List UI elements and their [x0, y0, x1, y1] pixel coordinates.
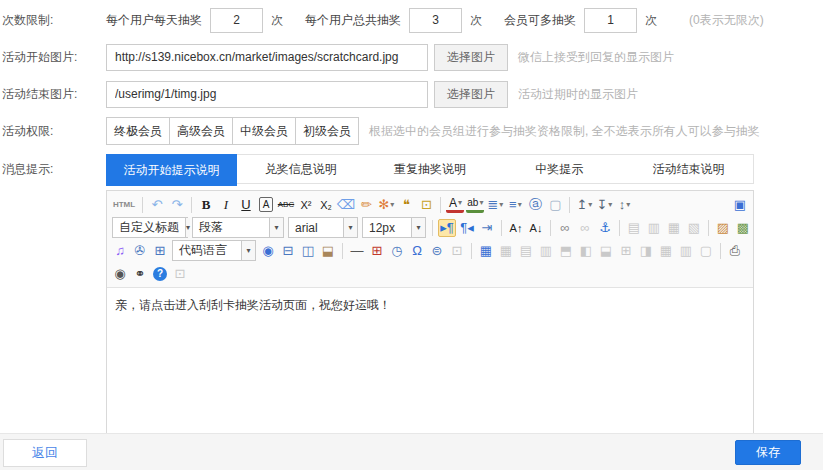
subscript-icon[interactable]: X₂ — [317, 196, 335, 214]
page-break-icon[interactable]: ⊟ — [279, 242, 297, 260]
font-color-icon[interactable]: A▾ — [446, 197, 464, 213]
rtl-paragraph-icon[interactable]: ¶◂ — [458, 219, 476, 237]
member-group-button-senior[interactable]: 高级会员 — [169, 117, 233, 145]
chevron-down-icon[interactable]: ▾ — [269, 218, 283, 237]
tab-repeat-draw[interactable]: 重复抽奖说明 — [365, 155, 494, 183]
delete-table-icon: ▦ — [497, 242, 515, 260]
strikethrough-icon[interactable]: ABC — [277, 196, 295, 214]
insert-code-icon[interactable]: ◉ — [259, 242, 277, 260]
html-source-icon[interactable]: HTML — [111, 196, 137, 214]
blank-doc-icon[interactable]: ▢ — [546, 196, 564, 214]
limit-hint: (0表示无限次) — [689, 12, 764, 29]
underline-icon[interactable]: U — [237, 196, 255, 214]
music-icon[interactable]: ♫ — [111, 242, 129, 260]
font-size-down-icon[interactable]: A↓ — [527, 219, 545, 237]
image-block-icon: ▧ — [685, 219, 703, 237]
special-char-icon[interactable]: Ω — [408, 242, 426, 260]
start-image-input[interactable] — [106, 44, 428, 71]
font-border-icon[interactable]: A — [259, 197, 273, 212]
anchor-icon[interactable]: ⚓ — [596, 219, 614, 237]
editor-toolbar: HTML↶↷BIUAABCX²X₂⌫✏✻▾❝⊡A▾ab▾≣▾≡▾ⓐ▢↥▾↧▾↕▾… — [107, 191, 753, 288]
tab-activity-start-prompt[interactable]: 活动开始提示说明 — [106, 154, 237, 186]
tab-redeem-info[interactable]: 兑奖信息说明 — [236, 155, 365, 183]
highlight-color-icon[interactable]: ab▾ — [466, 197, 484, 213]
fullscreen-icon[interactable]: ▣ — [731, 196, 749, 214]
font-size-select-value: 12px — [363, 221, 411, 235]
table-title-icon: ▤ — [517, 242, 535, 260]
paragraph-backward-icon[interactable]: ↧▾ — [595, 196, 613, 214]
member-extra-input[interactable] — [584, 8, 637, 33]
attachment-icon[interactable]: ✇ — [131, 242, 149, 260]
net-image-icon[interactable]: ▩ — [734, 219, 750, 237]
start-image-choose-button[interactable]: 选择图片 — [434, 44, 508, 71]
permission-label: 活动权限: — [0, 123, 106, 140]
heading-select[interactable]: 自定义标题▾ — [112, 217, 188, 238]
iframe-icon[interactable]: ◫ — [299, 242, 317, 260]
unordered-list-icon[interactable]: ≡▾ — [506, 196, 524, 214]
chevron-down-icon[interactable]: ▾ — [411, 218, 425, 237]
font-size-select[interactable]: 12px▾ — [362, 217, 426, 238]
horizontal-rule-icon[interactable]: — — [348, 242, 366, 260]
toolbar-separator — [708, 220, 709, 236]
member-group-button-junior[interactable]: 初级会员 — [295, 117, 359, 145]
auto-typeset-icon[interactable]: ✻▾ — [377, 196, 395, 214]
start-image-row: 活动开始图片: 选择图片 微信上接受到回复的显示图片 — [0, 43, 823, 71]
per-day-label: 每个用户每天抽奖 — [106, 12, 202, 29]
end-image-choose-button[interactable]: 选择图片 — [434, 81, 508, 108]
member-extra-unit: 次 — [645, 12, 657, 29]
total-label: 每个用户总共抽奖 — [305, 12, 401, 29]
limit-row: 次数限制: 每个用户每天抽奖 次 每个用户总共抽奖 次 会员可多抽奖 次 (0表… — [0, 6, 823, 34]
superscript-icon[interactable]: X² — [297, 196, 315, 214]
insert-table-icon[interactable]: ▦ — [477, 242, 495, 260]
font-size-up-icon[interactable]: A↑ — [507, 219, 525, 237]
paragraph-forward-icon[interactable]: ↥▾ — [575, 196, 593, 214]
chevron-down-icon[interactable]: ▾ — [241, 241, 255, 260]
bold-icon[interactable]: B — [197, 196, 215, 214]
tab-activity-end[interactable]: 活动结束说明 — [624, 155, 753, 183]
line-height-icon[interactable]: ↕▾ — [615, 196, 633, 214]
form-icon[interactable]: ⊜ — [428, 242, 446, 260]
toolbar-separator — [342, 243, 343, 259]
ordered-list-icon[interactable]: ≣▾ — [486, 196, 504, 214]
editor-content-area[interactable]: 亲，请点击进入刮刮卡抽奖活动页面，祝您好运哦！ — [107, 288, 753, 439]
blockquote-icon[interactable]: ❝ — [397, 196, 415, 214]
member-group-button-middle[interactable]: 中级会员 — [232, 117, 296, 145]
cell-prop-icon: ▥ — [537, 242, 555, 260]
format-brush-icon[interactable]: ✏ — [357, 196, 375, 214]
paste-text-icon[interactable]: ⊡ — [417, 196, 435, 214]
back-button[interactable]: 返回 — [3, 439, 87, 467]
chevron-down-icon: ▾ — [390, 196, 394, 214]
find-replace-icon[interactable]: ⚭ — [131, 265, 149, 283]
link-icon[interactable]: ∞ — [556, 219, 574, 237]
chevron-down-icon[interactable]: ▾ — [185, 218, 190, 237]
word-image-icon[interactable]: ⬓ — [319, 242, 337, 260]
permission-row: 活动权限: 终极会员 高级会员 中级会员 初级会员 根据选中的会员组进行参与抽奖… — [0, 117, 823, 145]
member-group-button-ultimate[interactable]: 终极会员 — [106, 117, 170, 145]
end-image-input[interactable] — [106, 81, 428, 108]
print-icon[interactable]: ⎙ — [726, 242, 744, 260]
code-language-select[interactable]: 代码语言▾ — [172, 240, 256, 261]
anchor-text-icon[interactable]: ⓐ — [526, 196, 544, 214]
undo-icon[interactable]: ↶ — [148, 196, 166, 214]
total-input[interactable] — [409, 8, 462, 33]
per-day-input[interactable] — [210, 8, 263, 33]
italic-icon[interactable]: I — [217, 196, 235, 214]
time-icon[interactable]: ◷ — [388, 242, 406, 260]
chevron-down-icon: ▾ — [588, 196, 592, 214]
font-family-select[interactable]: arial▾ — [288, 217, 358, 238]
tab-win-prompt[interactable]: 中奖提示 — [495, 155, 624, 183]
insert-image-icon[interactable]: ▨ — [714, 219, 732, 237]
map-icon[interactable]: ⊞ — [151, 242, 169, 260]
date-icon[interactable]: ⊞ — [368, 242, 386, 260]
help-icon[interactable]: ? — [153, 267, 167, 281]
chevron-down-icon[interactable]: ▾ — [343, 218, 357, 237]
toolbar-separator — [440, 197, 441, 213]
paragraph-select[interactable]: 段落▾ — [192, 217, 284, 238]
ltr-paragraph-icon[interactable]: ▸¶ — [438, 219, 456, 237]
end-image-row: 活动结束图片: 选择图片 活动过期时的显示图片 — [0, 80, 823, 108]
redo-icon[interactable]: ↷ — [168, 196, 186, 214]
preview-icon[interactable]: ◉ — [111, 265, 129, 283]
remove-format-icon[interactable]: ⌫ — [337, 196, 355, 214]
indent-icon[interactable]: ⇥ — [478, 219, 496, 237]
save-button[interactable]: 保存 — [735, 440, 801, 465]
